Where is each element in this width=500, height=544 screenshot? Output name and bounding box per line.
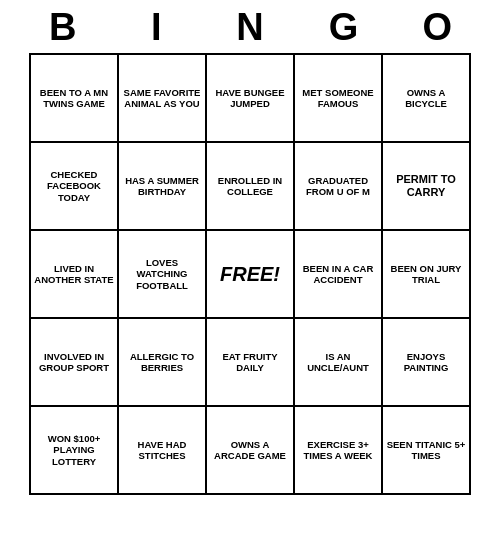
cell-7: ENROLLED IN COLLEGE <box>207 143 295 231</box>
cell-15: INVOLVED IN GROUP SPORT <box>31 319 119 407</box>
bingo-letter-i: I <box>112 6 200 49</box>
cell-22: OWNS A ARCADE GAME <box>207 407 295 495</box>
bingo-letter-g: G <box>300 6 388 49</box>
cell-4: OWNS A BICYCLE <box>383 55 471 143</box>
cell-24: SEEN TITANIC 5+ TIMES <box>383 407 471 495</box>
cell-6: HAS A SUMMER BIRTHDAY <box>119 143 207 231</box>
cell-13: BEEN IN A CAR ACCIDENT <box>295 231 383 319</box>
cell-9: PERMIT TO CARRY <box>383 143 471 231</box>
cell-10: LIVED IN ANOTHER STATE <box>31 231 119 319</box>
cell-14: BEEN ON JURY TRIAL <box>383 231 471 319</box>
cell-19: ENJOYS PAINTING <box>383 319 471 407</box>
cell-18: IS AN UNCLE/AUNT <box>295 319 383 407</box>
bingo-letter-b: B <box>19 6 107 49</box>
cell-1: SAME FAVORITE ANIMAL AS YOU <box>119 55 207 143</box>
bingo-header: BINGO <box>16 0 484 53</box>
cell-23: EXERCISE 3+ TIMES A WEEK <box>295 407 383 495</box>
cell-11: LOVES WATCHING FOOTBALL <box>119 231 207 319</box>
cell-2: HAVE BUNGEE JUMPED <box>207 55 295 143</box>
cell-3: MET SOMEONE FAMOUS <box>295 55 383 143</box>
cell-20: WON $100+ PLAYING LOTTERY <box>31 407 119 495</box>
cell-5: CHECKED FACEBOOK TODAY <box>31 143 119 231</box>
cell-8: GRADUATED FROM U OF M <box>295 143 383 231</box>
bingo-grid: BEEN TO A MN TWINS GAMESAME FAVORITE ANI… <box>29 53 471 495</box>
cell-0: BEEN TO A MN TWINS GAME <box>31 55 119 143</box>
cell-16: ALLERGIC TO BERRIES <box>119 319 207 407</box>
cell-21: HAVE HAD STITCHES <box>119 407 207 495</box>
bingo-letter-o: O <box>393 6 481 49</box>
cell-12: Free! <box>207 231 295 319</box>
cell-17: EAT FRUITY DAILY <box>207 319 295 407</box>
bingo-letter-n: N <box>206 6 294 49</box>
